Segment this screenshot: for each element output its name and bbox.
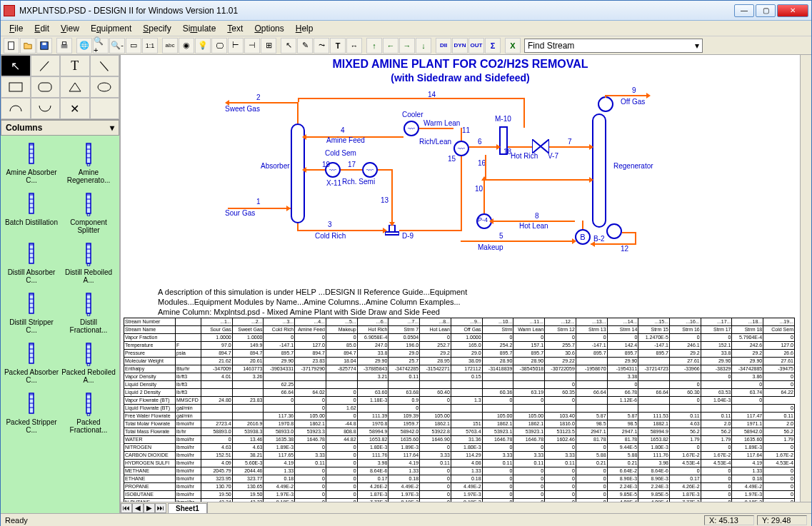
connect-icon[interactable]: ⤳: [314, 38, 329, 54]
flowsheet-subtitle: (with Sidedraw and Sidefeed): [121, 72, 800, 84]
column-item[interactable]: Distill Fractionat...: [61, 288, 116, 337]
menu-specify[interactable]: Specify: [137, 22, 176, 35]
menu-view[interactable]: View: [55, 22, 85, 35]
align-left-icon[interactable]: ⊢: [228, 38, 244, 54]
s1-label: 1: [256, 198, 261, 206]
maximize-button[interactable]: ▢: [756, 4, 776, 17]
dims-icon[interactable]: ↔: [346, 38, 362, 54]
zoom-in-icon[interactable]: 🔍+: [93, 38, 109, 54]
monitor-icon[interactable]: 🖵: [211, 38, 227, 54]
ellipse-tool[interactable]: [90, 76, 120, 98]
regenerator-label: Regenerator: [613, 162, 653, 170]
regen-reboiler[interactable]: [606, 223, 622, 239]
rchsemi-label: Rch. Semi: [342, 178, 375, 186]
flowsheet-canvas[interactable]: MIXED AMINE PLANT FOR CO2/H2S REMOVAL (w…: [121, 55, 800, 502]
column-label: Packed Reboiled A...: [61, 368, 116, 384]
excel-icon[interactable]: X: [505, 38, 521, 54]
minimize-button[interactable]: —: [734, 4, 754, 17]
align-center-icon[interactable]: ⊣: [244, 38, 260, 54]
abc-icon[interactable]: abc: [162, 38, 178, 54]
pointer-icon[interactable]: ↖: [281, 38, 296, 54]
arrow-right-icon[interactable]: →: [399, 38, 415, 54]
hotlean-label: Hot Lean: [519, 222, 548, 230]
column-item[interactable]: Packed Reboiled A...: [61, 338, 116, 387]
menu-simulate[interactable]: Simulate: [177, 22, 222, 35]
svg-rect-6: [39, 83, 51, 91]
column-item[interactable]: Packed Fractionat...: [61, 388, 116, 437]
regen-condenser[interactable]: [598, 96, 613, 112]
out-icon[interactable]: OUT: [468, 38, 484, 54]
v7-unit[interactable]: [532, 139, 549, 153]
x-tool[interactable]: ✕: [60, 98, 90, 119]
column-item[interactable]: Batch Distillation: [4, 188, 59, 237]
menu-equipment[interactable]: Equipment: [85, 22, 137, 35]
sheet-tab[interactable]: Sheet1: [168, 503, 207, 513]
arc-tool[interactable]: [1, 98, 31, 119]
menu-file[interactable]: File: [4, 22, 29, 35]
column-item[interactable]: Packed Stripper C...: [4, 388, 59, 437]
sheet-nav-last[interactable]: ⏭: [155, 503, 166, 513]
v7-label: V-7: [548, 152, 558, 160]
menu-text[interactable]: Text: [221, 22, 249, 35]
sheet-nav-first[interactable]: ⏮: [121, 503, 132, 513]
b2-unit[interactable]: B: [575, 229, 591, 245]
sheet-nav-next[interactable]: ▶: [144, 503, 155, 513]
roundrect-tool[interactable]: [31, 76, 61, 98]
print-icon[interactable]: [56, 38, 72, 54]
vertical-scrollbar[interactable]: [800, 55, 811, 502]
d9-unit[interactable]: [385, 225, 399, 236]
blank-tool[interactable]: [90, 98, 120, 119]
column-item[interactable]: Amine Regenerato...: [61, 138, 116, 187]
close-button[interactable]: ✕: [777, 4, 808, 17]
zoom-out-icon[interactable]: 🔍-: [109, 38, 125, 54]
line-tool[interactable]: ＼: [90, 55, 120, 76]
status-x: X: 45.13: [704, 515, 754, 525]
svg-point-7: [98, 83, 111, 91]
column-item[interactable]: Distill Stripper C...: [4, 288, 59, 337]
columns-header[interactable]: Columns▾: [1, 120, 119, 136]
menubar: File Edit View Equipment Specify Simulat…: [1, 21, 811, 36]
open-icon[interactable]: [20, 38, 36, 54]
grid-icon[interactable]: ⊞: [261, 38, 276, 54]
dii-icon[interactable]: DII: [436, 38, 451, 54]
bulb-icon[interactable]: 💡: [195, 38, 211, 54]
zoom-world-icon[interactable]: 🌐: [76, 38, 92, 54]
rect-tool[interactable]: [1, 76, 31, 98]
cooler-unit[interactable]: 〰: [404, 121, 419, 136]
column-item[interactable]: Component Splitter: [61, 188, 116, 237]
sheet-nav-prev[interactable]: ◀: [132, 503, 144, 513]
sigma-icon[interactable]: Σ: [485, 38, 501, 54]
new-icon[interactable]: [4, 38, 19, 54]
titlebar: MXPLNTSD.PSD - DESIGN II for Windows Ver…: [1, 1, 811, 21]
regenerator-unit[interactable]: [592, 113, 606, 228]
text-icon[interactable]: T: [330, 38, 346, 54]
triangle-tool[interactable]: [60, 76, 90, 98]
richlean-unit[interactable]: 〰: [453, 141, 469, 156]
column-item[interactable]: Packed Absorber C...: [4, 338, 59, 387]
horizontal-scrollbar[interactable]: [207, 502, 811, 513]
layers-icon[interactable]: ◉: [179, 38, 194, 54]
menu-help[interactable]: Help: [290, 22, 319, 35]
arrow-left-icon[interactable]: ←: [383, 38, 399, 54]
pencil-tool[interactable]: ／: [31, 55, 61, 76]
arrow-down-icon[interactable]: ↓: [416, 38, 431, 54]
column-icon: [21, 341, 41, 367]
find-stream-dropdown[interactable]: Find Stream▾: [524, 39, 703, 53]
text-tool[interactable]: T: [60, 55, 90, 76]
column-item[interactable]: Distill Absorber C...: [4, 238, 59, 287]
hx17-unit[interactable]: 〰: [362, 162, 378, 178]
column-item[interactable]: Amine Absorber C...: [4, 138, 59, 187]
arc2-tool[interactable]: [31, 98, 61, 119]
save-icon[interactable]: [36, 38, 52, 54]
svg-rect-4: [62, 41, 66, 44]
column-item[interactable]: Distill Reboiled A...: [61, 238, 116, 287]
dyn-icon[interactable]: DYN: [452, 38, 468, 54]
zoom-fit-icon[interactable]: ▭: [126, 38, 141, 54]
arrow-up-icon[interactable]: ↑: [366, 38, 382, 54]
menu-edit[interactable]: Edit: [29, 22, 55, 35]
pointer-tool[interactable]: ↖: [1, 55, 31, 76]
zoom-11-icon[interactable]: 1:1: [142, 38, 158, 54]
stream-table[interactable]: Stream Number...1......2......3......4..…: [124, 318, 795, 513]
pencil-icon[interactable]: ✎: [297, 38, 313, 54]
menu-options[interactable]: Options: [249, 22, 289, 35]
